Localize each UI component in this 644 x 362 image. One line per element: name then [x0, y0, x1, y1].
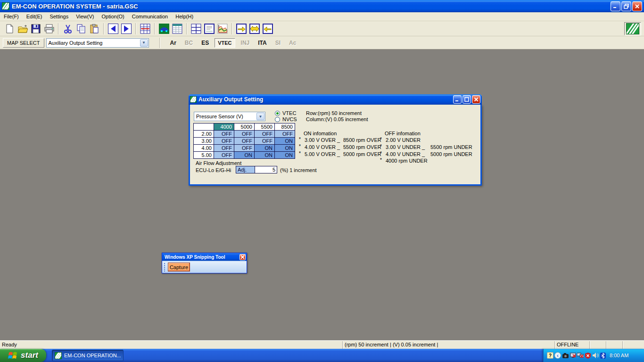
table-shift-both-icon[interactable]: [248, 23, 261, 35]
new-file-icon[interactable]: [3, 23, 16, 35]
camera-icon[interactable]: [562, 352, 569, 359]
cell-4.00-5500[interactable]: ON: [255, 145, 275, 152]
volume-icon[interactable]: [592, 352, 599, 359]
dialog-title: Auxiliary Output Setting: [198, 96, 452, 103]
cell-3.00-4000[interactable]: OFF: [214, 138, 234, 145]
table-view-icon[interactable]: [190, 23, 202, 35]
cell-4.00-8500[interactable]: ON: [275, 145, 295, 152]
security-alert-icon[interactable]: [585, 352, 591, 359]
insert-row-table-icon[interactable]: [139, 23, 151, 35]
menu-option[interactable]: Option(O): [98, 13, 128, 20]
save-icon[interactable]: [30, 23, 42, 35]
table-shift-right-icon[interactable]: [235, 23, 248, 35]
snipping-tool-window: Windows XP Snipping Tool Capture: [162, 253, 247, 273]
open-file-icon[interactable]: [17, 23, 29, 35]
report-view-icon[interactable]: [203, 23, 215, 35]
start-button[interactable]: start: [0, 349, 46, 362]
menu-view[interactable]: View(V): [72, 13, 98, 20]
start-label: start: [21, 351, 38, 360]
cell-2.00-4000[interactable]: OFF: [214, 131, 234, 138]
off-info-line: 2.00 V UNDER: [386, 137, 421, 143]
adj-value-input[interactable]: [255, 166, 277, 173]
close-button[interactable]: [632, 1, 642, 11]
tab-ita[interactable]: ITA: [255, 38, 269, 48]
cell-2.00-5500[interactable]: OFF: [255, 131, 275, 138]
vehicle-monitor-icon[interactable]: [158, 23, 170, 35]
on-info-line: 4.00 V OVER _: [305, 144, 340, 150]
col-header-4000[interactable]: 4000: [214, 123, 234, 131]
sensor-select-combobox[interactable]: Pressure Sensor (V) ▼: [194, 112, 265, 121]
cell-5.00-5000[interactable]: ON: [234, 152, 255, 159]
on-info-title: ON infomation: [304, 131, 337, 136]
navigate-back-icon[interactable]: [107, 23, 119, 35]
table-shift-left-icon[interactable]: [262, 23, 274, 35]
dialog-close-button[interactable]: [472, 95, 480, 104]
print-icon[interactable]: [43, 23, 55, 35]
paste-icon[interactable]: [88, 23, 100, 35]
snipping-tool-titlebar[interactable]: Windows XP Snipping Tool: [162, 253, 247, 261]
off-info-line: 3.00 V UNDER _: [386, 144, 425, 150]
chevron-down-icon[interactable]: ▼: [256, 113, 264, 120]
cell-5.00-5500[interactable]: ON: [255, 152, 275, 159]
network-error-icon[interactable]: [577, 352, 584, 359]
cut-icon[interactable]: [62, 23, 74, 35]
radio-vtec-circle[interactable]: [275, 111, 280, 116]
cell-2.00-5000[interactable]: OFF: [234, 131, 255, 138]
toolbar-separator: [186, 23, 187, 34]
corner-cell: [194, 123, 214, 131]
col-header-5500[interactable]: 5500: [255, 123, 275, 131]
col-header-5000[interactable]: 5000: [234, 123, 255, 131]
dialog-minimize-button[interactable]: [453, 95, 462, 104]
cell-2.00-8500[interactable]: OFF: [275, 131, 295, 138]
taskbar-item-emcon[interactable]: EM-CON OPERATION...: [52, 350, 124, 361]
mdi-workspace: [0, 49, 644, 340]
cell-5.00-4000[interactable]: OFF: [214, 152, 234, 159]
navigate-forward-icon[interactable]: [120, 23, 132, 35]
help-icon[interactable]: ?: [547, 352, 553, 359]
cell-4.00-4000[interactable]: OFF: [214, 145, 234, 152]
table-row: 4.00 OFF OFF ON ON: [194, 145, 295, 152]
capture-button[interactable]: Capture: [168, 263, 190, 272]
system-tray: ? ‹ 8:00 AM: [543, 349, 644, 362]
menu-settings[interactable]: Settings: [46, 13, 72, 20]
cell-4.00-5000[interactable]: OFF: [234, 145, 255, 152]
menu-help[interactable]: Help(H): [172, 13, 197, 20]
dialog-maximize-button[interactable]: [462, 95, 471, 104]
restore-button[interactable]: [621, 1, 631, 11]
radio-nvcs-circle[interactable]: [275, 117, 280, 122]
vtec-output-table[interactable]: 4000 5000 5500 8500 2.00 OFF OFF OFF OFF…: [193, 123, 295, 159]
data-table-icon[interactable]: [171, 23, 183, 35]
chevron-down-icon[interactable]: ▼: [140, 39, 148, 47]
bluetooth-icon[interactable]: [600, 352, 606, 359]
menu-communication[interactable]: Communication: [128, 13, 172, 20]
adj-label-cell[interactable]: Adj.: [236, 166, 255, 173]
map-select-combobox[interactable]: Auxiliary Output Setting ▼: [46, 38, 149, 48]
status-ready: Ready: [0, 341, 343, 349]
dialog-titlebar[interactable]: Auxiliary Output Setting: [189, 94, 482, 105]
cell-5.00-8500[interactable]: ON: [275, 152, 295, 159]
menu-file[interactable]: File(F): [0, 13, 23, 20]
tab-ar[interactable]: Ar: [167, 38, 179, 48]
toolbar: [0, 21, 644, 36]
menu-edit[interactable]: Edit(E): [23, 13, 46, 20]
radio-nvcs[interactable]: NVCS: [275, 116, 297, 122]
drag-handle[interactable]: [164, 263, 166, 272]
bullet: *: [299, 144, 301, 149]
snipping-close-button[interactable]: [239, 254, 246, 260]
copy-icon[interactable]: [75, 23, 87, 35]
tab-vtec[interactable]: VTEC: [215, 38, 235, 48]
graph-view-icon[interactable]: [216, 23, 229, 35]
radio-vtec[interactable]: VTEC: [275, 110, 296, 116]
emcon-logo-icon: [626, 23, 639, 34]
cell-3.00-8500[interactable]: ON: [275, 138, 295, 145]
minimize-button[interactable]: [611, 1, 620, 11]
clock[interactable]: 8:00 AM: [610, 353, 628, 358]
cell-3.00-5000[interactable]: OFF: [234, 138, 255, 145]
collapse-chevron-icon[interactable]: ‹: [554, 352, 561, 359]
tab-inj: INJ: [238, 38, 253, 48]
display-error-icon[interactable]: [570, 352, 576, 359]
col-header-8500[interactable]: 8500: [275, 123, 295, 131]
cell-3.00-5500[interactable]: OFF: [255, 138, 275, 145]
tab-es[interactable]: ES: [198, 38, 212, 48]
map-select-bar: MAP SELECT Auxiliary Output Setting ▼ Ar…: [0, 36, 644, 49]
